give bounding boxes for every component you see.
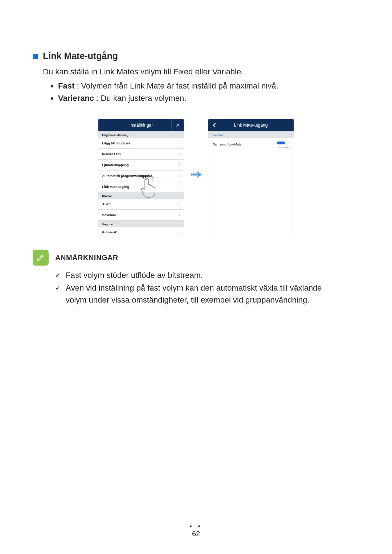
settings-phone-screenshot: Inställningar ✕ Högtalarinställning Lägg… <box>98 119 184 233</box>
output-category-label: Link Mate <box>208 131 294 138</box>
back-icon[interactable] <box>208 119 221 131</box>
checkmark-icon: ✓ <box>55 283 61 293</box>
document-page: Link Mate-utgång Du kan ställa in Link M… <box>0 0 392 554</box>
volume-toggle[interactable]: FastVarierans <box>277 140 290 148</box>
notes-list: ✓ Fast volym stöder utflöde av bitstream… <box>55 269 338 306</box>
settings-item-sleep-timer[interactable]: Sovtimer› <box>98 210 184 221</box>
notes-title: ANMÄRKNINGAR <box>55 254 118 262</box>
note-item: ✓ Fast volym stöder utflöde av bitstream… <box>55 269 338 281</box>
settings-section-label: Högtalarinställning <box>98 131 184 138</box>
section-heading-row: Link Mate-utgång <box>33 51 359 61</box>
device-name: [Samsung] LinkMate <box>212 143 242 146</box>
chevron-right-icon: › <box>179 141 180 145</box>
option-desc: Du kan justera volymen. <box>101 94 186 103</box>
page-number: • • 62 <box>0 523 392 538</box>
output-phone-screenshot: Link Mate-utgång Link Mate [Samsung] Lin… <box>208 119 294 233</box>
square-bullet-icon <box>33 54 38 59</box>
option-item: Fast : Volymen från Link Mate är fast in… <box>58 80 359 92</box>
transition-arrow-icon: ••• <box>190 119 201 179</box>
checkmark-icon: ✓ <box>55 271 61 280</box>
option-name: Varieranc <box>58 94 94 103</box>
settings-section-label: Support <box>98 221 184 227</box>
option-desc: Volymen från Link Mate är fast inställd … <box>81 81 278 90</box>
options-list: Fast : Volymen från Link Mate är fast in… <box>58 80 359 104</box>
output-header: Link Mate-utgång <box>208 119 294 131</box>
notes-header: ANMÄRKNINGAR <box>33 250 359 266</box>
chevron-right-icon: › <box>179 230 180 233</box>
settings-item-auto-update[interactable]: Automatisk programvaruuppdat.› <box>98 171 184 181</box>
close-icon[interactable]: ✕ <box>171 119 184 131</box>
output-title: Link Mate-utgång <box>234 123 268 128</box>
notes-pencil-icon <box>33 250 49 266</box>
option-sep: : <box>96 94 101 103</box>
page-number-value: 62 <box>192 530 200 538</box>
chevron-right-icon: › <box>179 213 180 217</box>
chevron-right-icon: › <box>179 163 180 167</box>
option-sep: : <box>77 81 81 90</box>
settings-item-audio-feedback[interactable]: Ljudåterkoppling› <box>98 160 184 171</box>
section-title: Link Mate-utgång <box>43 51 118 61</box>
settings-section-label: Klocka <box>98 192 184 199</box>
page-dots-icon: • • <box>0 523 392 530</box>
note-item: ✓ Även vid inställning på fast volym kan… <box>55 282 338 306</box>
settings-item-link-mate-output[interactable]: Link Mate-utgång› <box>98 181 184 192</box>
empty-area <box>208 151 294 233</box>
note-text: Även vid inställning på fast volym kan d… <box>66 282 338 306</box>
screenshots-row: Inställningar ✕ Högtalarinställning Lägg… <box>33 119 359 233</box>
toggle-switch-icon[interactable] <box>277 140 290 145</box>
note-text: Fast volym stöder utflöde av bitstream. <box>66 269 203 281</box>
section-description: Du kan ställa in Link Mates volym till F… <box>43 66 359 78</box>
chevron-right-icon: › <box>179 185 180 189</box>
settings-title: Inställningar <box>130 123 153 128</box>
chevron-right-icon: › <box>179 174 180 178</box>
device-row[interactable]: [Samsung] LinkMate FastVarierans <box>208 138 294 151</box>
option-name: Fast <box>58 81 74 90</box>
settings-item-device-id[interactable]: Enhets-ID› <box>98 227 184 233</box>
option-item: Varieranc : Du kan justera volymen. <box>58 92 359 104</box>
settings-item-alarm[interactable]: Alarm› <box>98 199 184 210</box>
settings-header: Inställningar ✕ <box>98 119 184 131</box>
chevron-right-icon: › <box>179 202 180 206</box>
chevron-right-icon: › <box>179 152 180 156</box>
settings-item-front-led[interactable]: Främre LED› <box>98 149 184 160</box>
toggle-labels: FastVarierans <box>278 146 290 148</box>
settings-item-add-speaker[interactable]: Lägg till högtalare› <box>98 138 184 149</box>
